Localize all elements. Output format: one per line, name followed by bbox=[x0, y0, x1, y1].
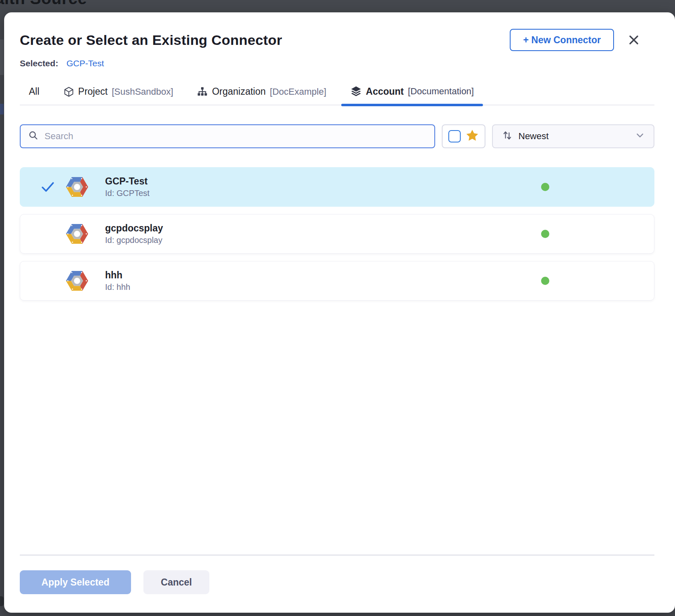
connector-id: Id: GCPTest bbox=[105, 189, 150, 198]
sort-arrows-icon bbox=[502, 130, 513, 142]
selected-connector-link[interactable]: GCP-Test bbox=[66, 58, 104, 68]
connector-id: Id: hhh bbox=[105, 282, 130, 292]
tab-scope: [Documentation] bbox=[408, 86, 474, 97]
check-slot bbox=[30, 181, 66, 193]
tab-project[interactable]: Project [SushSandbox] bbox=[54, 86, 183, 105]
connector-name: GCP-Test bbox=[105, 176, 150, 187]
status-dot bbox=[541, 230, 549, 238]
apply-selected-button[interactable]: Apply Selected bbox=[20, 570, 131, 594]
sort-selected-option: Newest bbox=[518, 131, 630, 142]
tab-label: Project bbox=[78, 86, 108, 97]
star-icon bbox=[466, 129, 479, 144]
tab-label: All bbox=[29, 86, 40, 97]
background-page-title: alth Source bbox=[0, 0, 87, 8]
search-box bbox=[20, 124, 435, 148]
cancel-button[interactable]: Cancel bbox=[143, 570, 209, 594]
gcp-connector-icon bbox=[66, 269, 89, 292]
tab-scope: [DocExample] bbox=[270, 86, 326, 97]
close-button[interactable] bbox=[628, 34, 640, 46]
check-slot bbox=[30, 228, 66, 240]
tab-account[interactable]: Account [Documentation] bbox=[341, 86, 483, 105]
tab-organization[interactable]: Organization [DocExample] bbox=[188, 86, 335, 105]
status-dot bbox=[541, 183, 549, 191]
tab-scope: [SushSandbox] bbox=[112, 86, 173, 97]
org-chart-icon bbox=[197, 86, 208, 97]
connector-select-modal: Create or Select an Existing Connector +… bbox=[4, 12, 675, 613]
chevron-down-icon bbox=[635, 131, 645, 142]
selected-line: Selected: GCP-Test bbox=[20, 58, 654, 68]
gcp-connector-icon bbox=[66, 175, 89, 198]
connector-row[interactable]: hhh Id: hhh bbox=[20, 261, 654, 301]
search-input[interactable] bbox=[45, 131, 427, 142]
connector-text: hhh Id: hhh bbox=[105, 270, 130, 292]
connector-list: GCP-Test Id: GCPTest bbox=[20, 167, 654, 301]
check-slot bbox=[30, 275, 66, 287]
tab-all[interactable]: All bbox=[20, 86, 49, 105]
favorites-checkbox[interactable] bbox=[448, 130, 461, 142]
search-icon bbox=[28, 130, 39, 142]
background-fragment bbox=[0, 596, 4, 606]
layers-icon bbox=[350, 86, 362, 97]
filter-row: Newest bbox=[20, 124, 654, 148]
connector-name: hhh bbox=[105, 270, 130, 281]
close-icon bbox=[628, 41, 640, 47]
tab-label: Organization bbox=[212, 86, 265, 97]
background-fragment bbox=[0, 40, 4, 75]
connector-row[interactable]: GCP-Test Id: GCPTest bbox=[20, 167, 654, 207]
modal-title: Create or Select an Existing Connector bbox=[20, 32, 510, 48]
connector-text: gcpdocsplay Id: gcpdocsplay bbox=[105, 223, 163, 245]
scope-tabs: All Project [SushSandbox] bbox=[20, 86, 654, 105]
selected-label: Selected: bbox=[20, 58, 58, 68]
status-dot bbox=[541, 277, 549, 285]
connector-row[interactable]: gcpdocsplay Id: gcpdocsplay bbox=[20, 214, 654, 254]
connector-text: GCP-Test Id: GCPTest bbox=[105, 176, 150, 198]
new-connector-button[interactable]: + New Connector bbox=[510, 29, 614, 51]
connector-id: Id: gcpdocsplay bbox=[105, 236, 163, 245]
sort-dropdown[interactable]: Newest bbox=[492, 124, 654, 148]
background-fragment bbox=[0, 104, 4, 114]
modal-header: Create or Select an Existing Connector +… bbox=[20, 29, 654, 51]
cube-icon bbox=[63, 86, 74, 97]
tab-label: Account bbox=[366, 86, 404, 97]
gcp-connector-icon bbox=[66, 222, 89, 245]
selected-check-icon bbox=[41, 181, 55, 193]
favorites-filter bbox=[442, 124, 485, 148]
connector-name: gcpdocsplay bbox=[105, 223, 163, 234]
modal-footer: Apply Selected Cancel bbox=[20, 555, 654, 594]
